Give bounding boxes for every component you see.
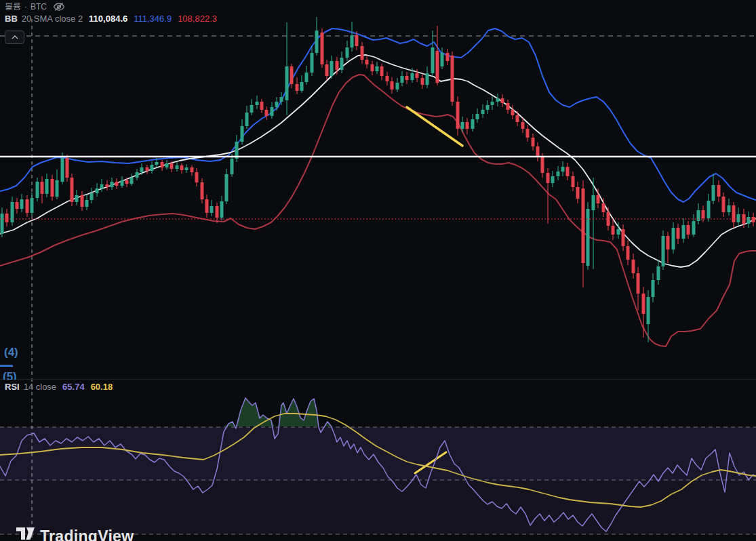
candle-body [405,76,409,80]
candle-body [446,53,450,61]
candle-body [667,236,670,249]
candle-body [481,110,485,114]
candle-body [516,115,519,122]
candle-body [315,31,319,53]
candle-body [728,205,731,212]
candle-body [205,199,209,213]
candle-body [486,105,490,110]
candle-body [401,76,404,83]
candle-body [271,107,274,116]
candle-body [130,178,134,184]
candle-body [256,102,259,105]
candle-body [210,206,214,213]
candle-body [592,195,595,210]
candle-body [90,193,94,200]
candle-body [96,188,99,193]
candle-body [431,47,435,73]
candle-body [526,129,530,138]
candle-body [536,146,540,157]
candle-body [115,182,119,186]
candle-body [305,73,309,82]
candle-body [566,167,570,176]
candle-body [36,182,39,198]
candle-body [436,51,439,83]
candle-body [330,61,334,76]
candle-body [642,294,645,314]
collapse-pane-button[interactable] [5,31,24,44]
candle-body [56,180,59,197]
candle-body [707,201,711,218]
candle-body [75,195,79,202]
candle-body [125,180,129,184]
candle-body [411,73,414,80]
candle-body [161,162,164,167]
candle-body [20,199,24,209]
candle-body [702,210,705,218]
candle-body [466,122,469,129]
candle-body [622,229,625,246]
candle-body [597,195,600,203]
candle-body [471,119,475,129]
candle-body [521,122,525,129]
candle-body [546,173,550,183]
candle-body [45,179,49,194]
candle-body [260,102,264,110]
candle-body [752,217,755,222]
candle-body [586,209,590,266]
candle-body [461,122,464,129]
candle-body [396,83,399,89]
candle-body [195,172,199,182]
candle-body [275,102,279,107]
trendline-main [407,107,462,146]
candle-body [26,199,29,213]
candle-body [340,58,344,70]
candle-body [421,78,424,85]
candle-body [231,159,234,174]
candle-body [386,76,389,81]
candle-body [376,66,379,71]
candle-body [476,114,479,119]
candle-body [747,217,751,224]
bb-basis-line [0,55,756,267]
bb-upper-line [0,28,756,202]
candle-body [511,110,515,115]
candle-body [551,176,555,183]
candle-body [1,214,4,234]
candle-body [456,102,460,129]
candle-body [225,174,228,201]
candle-body [426,73,429,85]
rsi-band [0,427,756,480]
candle-body [732,205,736,222]
candle-body [111,182,114,187]
candle-body [180,165,184,170]
candle-body [602,203,605,212]
candle-body [165,163,169,167]
candle-body [220,201,224,218]
candle-body [280,97,283,102]
candle-body [491,102,494,105]
candle-body [321,33,324,64]
candle-body [81,195,84,207]
candle-body [121,180,124,186]
candle-body [66,158,69,178]
chevron-up-icon [12,35,18,39]
chart-canvas[interactable] [0,0,756,541]
candle-body [355,35,359,46]
tradingview-logo[interactable]: TradingView [16,527,134,541]
candle-body [687,225,690,235]
candle-body [561,167,565,172]
candle-body [170,163,174,169]
pane-divider [0,379,756,380]
candle-body [672,228,675,249]
candle-body [391,81,394,89]
candle-body [71,178,74,202]
candle-body [662,236,665,266]
candle-body [311,53,314,73]
candle-body [576,187,580,199]
candle-body [717,185,721,197]
tradingview-logo-icon [16,527,35,541]
eye-off-icon[interactable] [53,2,65,12]
candle-body [51,179,54,197]
candle-body [722,197,725,212]
candle-body [632,260,635,273]
